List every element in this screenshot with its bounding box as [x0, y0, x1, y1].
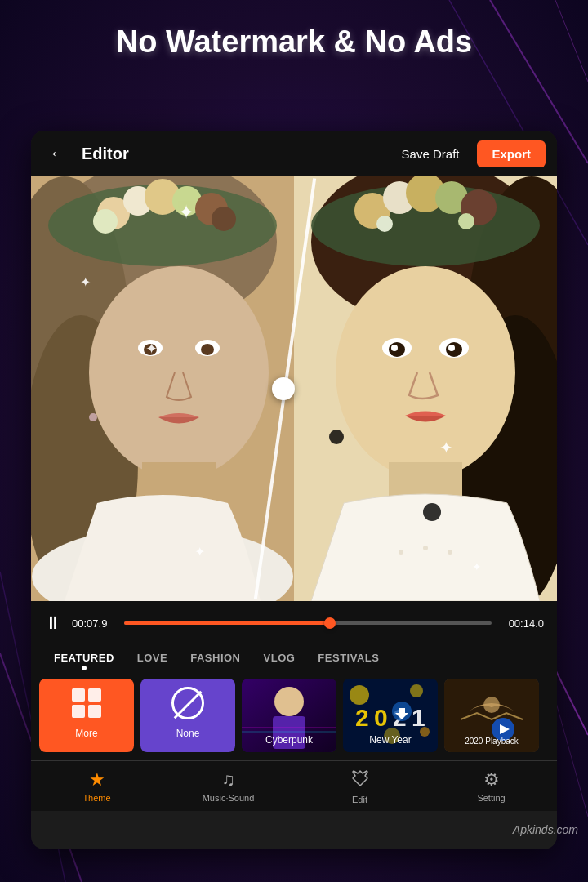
more-icon [39, 679, 134, 728]
progress-thumb [324, 617, 336, 629]
editor-title: Editor [82, 145, 384, 163]
svg-point-61 [350, 685, 369, 705]
svg-point-48 [423, 546, 428, 550]
edit-icon [351, 769, 369, 792]
svg-point-17 [201, 344, 214, 355]
page-title: No Watermark & No Ads [0, 24, 588, 60]
svg-point-31 [336, 266, 515, 479]
person-right-svg [294, 176, 557, 601]
progress-fill [124, 621, 330, 625]
newyear-label: New Year [343, 734, 438, 749]
theme-item-playback[interactable]: ⬇ 2020 Playback [444, 679, 539, 752]
tab-fashion[interactable]: FASHION [179, 648, 252, 667]
music-icon: ♫ [221, 769, 235, 791]
playback-label: 2020 Playback [444, 737, 539, 749]
svg-point-24 [93, 209, 118, 234]
svg-point-25 [212, 207, 236, 231]
preview-area: ✦ ✦ ✦ ✦ ✦ ✦ [31, 176, 557, 601]
svg-point-46 [458, 213, 474, 229]
theme-nav-label: Theme [82, 793, 110, 803]
theme-item-more[interactable]: More [39, 679, 134, 752]
svg-rect-50 [72, 688, 85, 702]
person-left-svg [31, 176, 294, 601]
total-time: 00:14.0 [501, 617, 544, 630]
cyberpunk-label: Cyberpunk [242, 734, 336, 749]
top-bar: ← Editor Save Draft Export [31, 131, 557, 176]
theme-item-none[interactable]: None [140, 679, 235, 752]
edit-nav-label: Edit [352, 795, 368, 804]
none-label: None [140, 728, 235, 742]
none-icon [140, 679, 235, 728]
svg-rect-51 [88, 688, 101, 702]
category-tabs: FEATURED LOVE FASHION VLOG FESTIVALS [31, 642, 557, 672]
tab-featured[interactable]: FEATURED [42, 648, 126, 667]
svg-text:1: 1 [412, 704, 425, 731]
preview-left [31, 176, 294, 601]
save-draft-button[interactable]: Save Draft [392, 142, 470, 166]
current-time: 00:07.9 [72, 617, 114, 630]
more-label: More [39, 728, 134, 742]
preview-right [294, 176, 557, 601]
svg-rect-53 [88, 705, 101, 718]
tab-vlog[interactable]: VLOG [252, 648, 307, 667]
setting-nav-label: Setting [477, 793, 505, 803]
svg-point-62 [410, 684, 423, 697]
timeline-bar: ⏸ 00:07.9 00:14.0 [31, 601, 557, 642]
svg-rect-52 [72, 705, 85, 718]
export-button[interactable]: Export [477, 140, 546, 167]
nav-theme[interactable]: ★ Theme [31, 761, 163, 811]
setting-icon: ⚙ [483, 769, 500, 791]
tab-festivals[interactable]: FESTIVALS [306, 648, 390, 667]
svg-point-11 [89, 266, 269, 479]
back-button[interactable]: ← [42, 140, 74, 167]
app-card: ← Editor Save Draft Export [31, 131, 557, 849]
tab-love[interactable]: LOVE [126, 648, 179, 667]
theme-item-newyear[interactable]: ⬇ 2 0 2 1 New Year [343, 679, 438, 752]
theme-items-row: More None ⬇ [31, 672, 557, 760]
svg-text:0: 0 [374, 704, 388, 731]
svg-point-49 [448, 550, 452, 555]
nav-setting[interactable]: ⚙ Setting [425, 761, 557, 811]
theme-icon: ★ [89, 769, 105, 791]
svg-point-47 [399, 550, 403, 555]
svg-text:2: 2 [355, 704, 369, 731]
svg-point-38 [448, 345, 455, 351]
progress-track[interactable] [124, 621, 492, 625]
svg-point-37 [391, 345, 398, 351]
svg-point-56 [274, 687, 304, 716]
none-circle [172, 687, 204, 719]
divider-circle [272, 377, 295, 400]
nav-edit[interactable]: Edit [294, 761, 425, 811]
play-pause-button[interactable]: ⏸ [44, 612, 62, 634]
music-nav-label: Music·Sound [203, 793, 255, 803]
svg-point-26 [89, 413, 97, 421]
svg-point-16 [144, 344, 157, 355]
svg-point-45 [376, 216, 393, 232]
nav-music-sound[interactable]: ♫ Music·Sound [163, 761, 294, 811]
svg-point-71 [483, 697, 500, 713]
bottom-nav: ★ Theme ♫ Music·Sound Edit ⚙ Setting [31, 760, 557, 811]
theme-item-cyberpunk[interactable]: ⬇ Cyberpunk [242, 679, 336, 752]
